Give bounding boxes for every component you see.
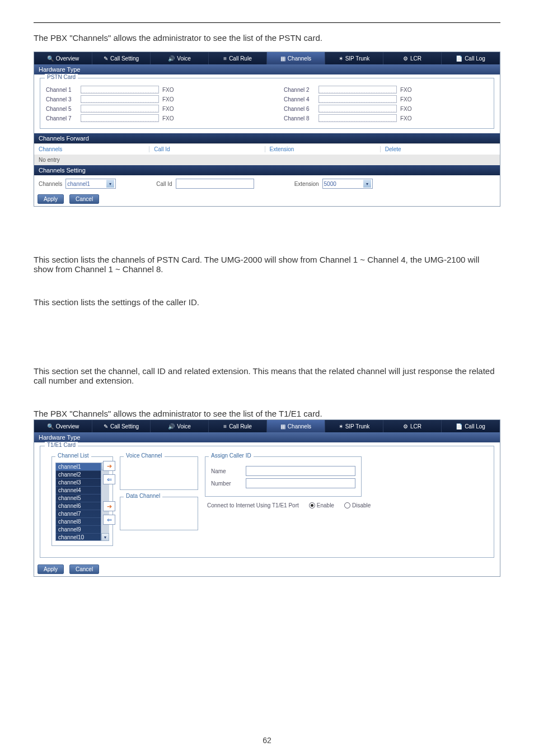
channel-input[interactable] bbox=[318, 86, 397, 94]
connect-label: Connect to Internet Using T1/E1 Port bbox=[207, 502, 299, 508]
pstn-card-legend: PSTN Card bbox=[45, 74, 78, 80]
log-icon: 📄 bbox=[456, 55, 462, 62]
channel-row: Channel 5FXO bbox=[46, 105, 250, 113]
tab-voice[interactable]: 🔊Voice bbox=[151, 420, 209, 432]
channel-input[interactable] bbox=[318, 95, 397, 103]
channels-forward-header: Channels Forward bbox=[34, 133, 500, 143]
move-left-button[interactable]: ⇐ bbox=[103, 474, 115, 484]
list-item[interactable]: channel2 bbox=[56, 471, 101, 479]
tab-sip-trunk[interactable]: ✶SIP Trunk bbox=[325, 52, 383, 64]
voice-icon: 🔊 bbox=[168, 423, 175, 430]
number-input[interactable] bbox=[246, 478, 355, 488]
overview-icon: 🔍 bbox=[47, 55, 54, 62]
edit-icon: ✎ bbox=[104, 55, 108, 62]
edit-icon: ✎ bbox=[104, 423, 108, 430]
tab-sip-trunk[interactable]: ✶SIP Trunk bbox=[325, 420, 383, 432]
lcr-icon: ⚙ bbox=[403, 55, 408, 62]
channels-label: Channels bbox=[39, 181, 62, 187]
channel-input[interactable] bbox=[81, 114, 159, 122]
tab-channels[interactable]: ▦Channels bbox=[267, 52, 325, 64]
mid-text-1: This section lists the channels of PSTN … bbox=[34, 255, 500, 274]
tab-call-rule[interactable]: ≡Call Rule bbox=[209, 420, 267, 432]
tab-row-2: 🔍Overview ✎Call Setting 🔊Voice ≡Call Rul… bbox=[34, 420, 500, 432]
lcr-icon: ⚙ bbox=[403, 423, 408, 430]
assign-caller-id-legend: Assign Caller ID bbox=[209, 452, 254, 459]
channel-input[interactable] bbox=[318, 114, 397, 122]
move-left-button[interactable]: ⇐ bbox=[103, 515, 115, 525]
number-label: Number bbox=[211, 480, 241, 487]
th-extension: Extension bbox=[265, 146, 380, 152]
voice-icon: 🔊 bbox=[168, 55, 175, 62]
channel-input[interactable] bbox=[81, 86, 159, 94]
move-right-button[interactable]: ➔ bbox=[103, 501, 115, 511]
name-input[interactable] bbox=[246, 466, 355, 476]
apply-button[interactable]: Apply bbox=[38, 564, 64, 574]
forward-table-header: Channels Call Id Extension Delete bbox=[34, 143, 500, 155]
apply-button[interactable]: Apply bbox=[38, 194, 64, 204]
channel-input[interactable] bbox=[81, 105, 159, 113]
channel-list-legend: Channel List bbox=[55, 452, 91, 459]
tab-lcr[interactable]: ⚙LCR bbox=[383, 420, 442, 432]
list-item[interactable]: channel3 bbox=[56, 479, 101, 487]
list-item[interactable]: channel6 bbox=[56, 502, 101, 510]
extension-label: Extension bbox=[294, 181, 319, 187]
enable-radio[interactable] bbox=[309, 502, 315, 508]
hardware-type-header: Hardware Type bbox=[34, 64, 500, 74]
channels-setting-header: Channels Setting bbox=[34, 165, 500, 175]
list-item[interactable]: channel7 bbox=[56, 510, 101, 518]
scroll-down-icon[interactable]: ▼ bbox=[101, 533, 109, 541]
tab-call-log[interactable]: 📄Call Log bbox=[442, 52, 500, 64]
mid-text-3: This section set the channel, call ID an… bbox=[34, 366, 500, 385]
channels-select[interactable]: channel1 ▾ bbox=[65, 179, 116, 189]
list-item[interactable]: channel1 bbox=[56, 463, 101, 471]
th-callid: Call Id bbox=[149, 146, 264, 152]
data-channel-legend: Data Channel bbox=[124, 493, 162, 499]
channel-input[interactable] bbox=[81, 95, 159, 103]
list-item[interactable]: channel4 bbox=[56, 487, 101, 494]
channel-row: Channel 4FXO bbox=[284, 95, 488, 103]
enable-label: Enable bbox=[317, 502, 334, 508]
cancel-button[interactable]: Cancel bbox=[69, 564, 99, 574]
channel-listbox[interactable]: channel1 channel2 channel3 channel4 chan… bbox=[55, 463, 101, 541]
tab-voice[interactable]: 🔊Voice bbox=[151, 52, 209, 64]
list-item[interactable]: channel8 bbox=[56, 518, 101, 526]
tab-row: 🔍Overview ✎Call Setting 🔊Voice ≡Call Rul… bbox=[34, 52, 500, 64]
voice-channel-box: Voice Channel bbox=[120, 456, 198, 490]
channel-input[interactable] bbox=[318, 105, 397, 113]
connect-row: Connect to Internet Using T1/E1 Port Ena… bbox=[207, 502, 371, 508]
tab-overview[interactable]: 🔍Overview bbox=[34, 420, 92, 432]
tab-overview[interactable]: 🔍Overview bbox=[34, 52, 92, 64]
intro-text: The PBX "Channels" allows the administra… bbox=[34, 33, 500, 43]
log-icon: 📄 bbox=[456, 423, 462, 430]
pstn-card-fieldset: PSTN Card Channel 1FXO Channel 3FXO Chan… bbox=[40, 78, 494, 129]
channels-icon: ▦ bbox=[280, 423, 285, 430]
tab-call-setting[interactable]: ✎Call Setting bbox=[92, 420, 151, 432]
disable-radio[interactable] bbox=[344, 502, 350, 508]
list-icon: ≡ bbox=[223, 423, 227, 430]
tab-call-setting[interactable]: ✎Call Setting bbox=[92, 52, 151, 64]
extension-select[interactable]: 5000 ▾ bbox=[322, 179, 373, 189]
tab-lcr[interactable]: ⚙LCR bbox=[383, 52, 442, 64]
mid-text-2: This section lists the settings of the c… bbox=[34, 297, 500, 307]
t1e1-card-fieldset: T1/E1 Card Channel List channel1 channel… bbox=[40, 446, 494, 558]
list-item[interactable]: channel9 bbox=[56, 526, 101, 534]
screenshot-channels-pstn: 🔍Overview ✎Call Setting 🔊Voice ≡Call Rul… bbox=[34, 52, 500, 207]
tab-call-log[interactable]: 📄Call Log bbox=[442, 420, 500, 432]
channels-icon: ▦ bbox=[280, 55, 285, 62]
tab-call-rule[interactable]: ≡Call Rule bbox=[209, 52, 267, 64]
callid-input[interactable] bbox=[176, 179, 254, 189]
intro-text-2: The PBX "Channels" allows the administra… bbox=[34, 409, 500, 418]
voice-channel-legend: Voice Channel bbox=[124, 452, 165, 459]
no-entry-row: No entry bbox=[34, 155, 500, 165]
chevron-down-icon: ▾ bbox=[106, 180, 114, 188]
list-item[interactable]: channel5 bbox=[56, 494, 101, 502]
overview-icon: 🔍 bbox=[47, 423, 54, 430]
move-right-button[interactable]: ➔ bbox=[103, 461, 115, 471]
list-item[interactable]: channel10 bbox=[56, 534, 101, 541]
screenshot-channels-t1e1: 🔍Overview ✎Call Setting 🔊Voice ≡Call Rul… bbox=[34, 419, 500, 577]
t1e1-card-legend: T1/E1 Card bbox=[45, 442, 78, 448]
list-icon: ≡ bbox=[223, 55, 227, 62]
tab-channels[interactable]: ▦Channels bbox=[267, 420, 325, 432]
cancel-button[interactable]: Cancel bbox=[69, 194, 99, 204]
channel-row: Channel 2FXO bbox=[284, 86, 488, 94]
